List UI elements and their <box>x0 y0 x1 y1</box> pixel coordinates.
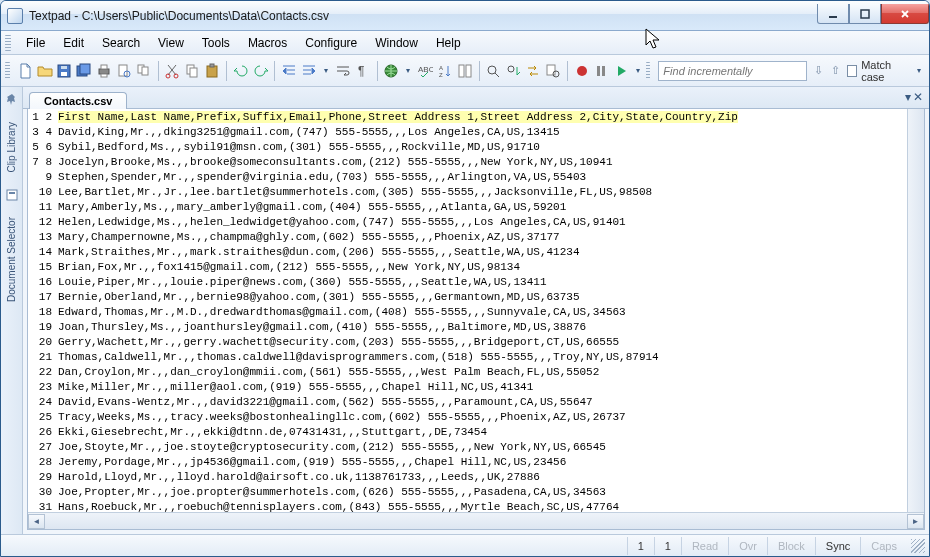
find-prev-arrow-icon[interactable]: ⇧ <box>829 63 843 79</box>
compare-icon[interactable] <box>456 60 474 82</box>
svg-text:A: A <box>439 65 443 71</box>
scroll-left-icon[interactable]: ◄ <box>28 514 45 529</box>
print-preview-icon[interactable] <box>115 60 133 82</box>
svg-text:ABC: ABC <box>418 65 433 74</box>
menu-macros[interactable]: Macros <box>239 33 296 53</box>
svg-rect-7 <box>99 69 109 74</box>
menubar: File Edit Search View Tools Macros Confi… <box>1 31 929 55</box>
sort-icon[interactable]: AZ <box>436 60 454 82</box>
redo-icon[interactable] <box>252 60 270 82</box>
show-para-icon[interactable]: ¶ <box>354 60 372 82</box>
play-macro-icon[interactable] <box>612 60 630 82</box>
svg-rect-29 <box>547 65 555 75</box>
svg-rect-17 <box>190 68 197 77</box>
menu-window[interactable]: Window <box>366 33 427 53</box>
status-line: 1 <box>627 537 654 555</box>
status-block: Block <box>767 537 815 555</box>
find-in-files-icon[interactable] <box>544 60 562 82</box>
minimize-button[interactable] <box>817 4 849 24</box>
svg-rect-18 <box>207 66 217 77</box>
svg-rect-4 <box>61 66 67 69</box>
indent-left-icon[interactable] <box>280 60 298 82</box>
tab-contacts[interactable]: Contacts.csv <box>29 92 127 109</box>
statusbar: 1 1 Read Ovr Block Sync Caps <box>1 534 929 556</box>
line-gutter: 1 2 3 4 5 6 7 8 9 10 11 12 13 14 15 16 1… <box>28 109 58 529</box>
copy-icon[interactable] <box>183 60 201 82</box>
editor[interactable]: 1 2 3 4 5 6 7 8 9 10 11 12 13 14 15 16 1… <box>27 109 925 530</box>
app-icon <box>7 8 23 24</box>
svg-rect-33 <box>602 66 605 76</box>
svg-rect-35 <box>9 192 15 194</box>
svg-rect-1 <box>861 10 869 18</box>
spellcheck-icon[interactable]: ABC <box>416 60 434 82</box>
save-all-icon[interactable] <box>75 60 93 82</box>
horizontal-scrollbar[interactable]: ◄ ► <box>28 512 924 529</box>
resize-grip[interactable] <box>911 539 925 553</box>
titlebar: Textpad - C:\Users\Public\Documents\Data… <box>1 1 929 31</box>
svg-point-27 <box>488 66 496 74</box>
menu-configure[interactable]: Configure <box>296 33 366 53</box>
toolbar: ▾ ¶ ▾ ABC AZ ▾ ⇩ ⇧ Match case ▾ <box>1 55 929 87</box>
menubar-grip[interactable] <box>5 35 11 51</box>
doc-selector-icon[interactable] <box>5 188 19 202</box>
side-tab-document-selector[interactable]: Document Selector <box>3 210 20 309</box>
web-icon[interactable] <box>382 60 400 82</box>
match-case-label: Match case <box>861 59 909 83</box>
svg-rect-10 <box>119 65 127 76</box>
indent-right-icon[interactable] <box>300 60 318 82</box>
menu-view[interactable]: View <box>149 33 193 53</box>
svg-rect-25 <box>459 65 464 77</box>
replace-icon[interactable] <box>524 60 542 82</box>
svg-point-31 <box>577 66 587 76</box>
new-file-icon[interactable] <box>16 60 34 82</box>
status-sync: Sync <box>815 537 860 555</box>
word-wrap-icon[interactable] <box>334 60 352 82</box>
find-input[interactable] <box>658 61 807 81</box>
web-dropdown[interactable]: ▾ <box>402 66 414 75</box>
close-button[interactable] <box>881 4 929 24</box>
paste-icon[interactable] <box>203 60 221 82</box>
svg-rect-3 <box>61 72 67 76</box>
status-caps: Caps <box>860 537 907 555</box>
menu-edit[interactable]: Edit <box>54 33 93 53</box>
maximize-button[interactable] <box>849 4 881 24</box>
menu-help[interactable]: Help <box>427 33 470 53</box>
svg-rect-26 <box>466 65 471 77</box>
document-tabs: Contacts.csv ▾ ✕ <box>23 87 929 109</box>
match-case-checkbox[interactable] <box>847 65 858 77</box>
tab-close-icon[interactable]: ✕ <box>913 90 923 104</box>
toolbar-grip[interactable] <box>5 62 10 80</box>
svg-rect-8 <box>101 65 107 69</box>
find-next-arrow-icon[interactable]: ⇩ <box>811 63 825 79</box>
status-col: 1 <box>654 537 681 555</box>
record-macro-icon[interactable] <box>573 60 591 82</box>
pin-icon[interactable] <box>5 93 19 107</box>
vertical-scrollbar[interactable] <box>907 109 924 529</box>
tab-dropdown-icon[interactable]: ▾ <box>905 90 911 104</box>
side-tab-clip-library[interactable]: Clip Library <box>3 115 20 180</box>
cut-icon[interactable] <box>163 60 181 82</box>
search-overflow[interactable]: ▾ <box>913 66 925 75</box>
window-controls <box>817 4 929 24</box>
manage-files-icon[interactable] <box>135 60 153 82</box>
pause-macro-icon[interactable] <box>592 60 610 82</box>
undo-icon[interactable] <box>232 60 250 82</box>
toolbar-overflow-1[interactable]: ▾ <box>320 66 332 75</box>
svg-text:¶: ¶ <box>358 64 364 78</box>
save-icon[interactable] <box>56 60 74 82</box>
print-icon[interactable] <box>95 60 113 82</box>
incremental-search: ⇩ ⇧ Match case ▾ <box>646 59 925 83</box>
toolbar-overflow-2[interactable]: ▾ <box>632 66 644 75</box>
find-icon[interactable] <box>484 60 502 82</box>
svg-rect-13 <box>142 67 148 75</box>
svg-rect-34 <box>7 190 17 200</box>
open-file-icon[interactable] <box>36 60 54 82</box>
text-content[interactable]: First Name,Last Name,Prefix,Suffix,Email… <box>58 109 907 529</box>
scroll-right-icon[interactable]: ► <box>907 514 924 529</box>
menu-tools[interactable]: Tools <box>193 33 239 53</box>
menu-file[interactable]: File <box>17 33 54 53</box>
menu-search[interactable]: Search <box>93 33 149 53</box>
find-next-icon[interactable] <box>504 60 522 82</box>
window-title: Textpad - C:\Users\Public\Documents\Data… <box>29 9 817 23</box>
searchbox-grip[interactable] <box>646 62 650 80</box>
